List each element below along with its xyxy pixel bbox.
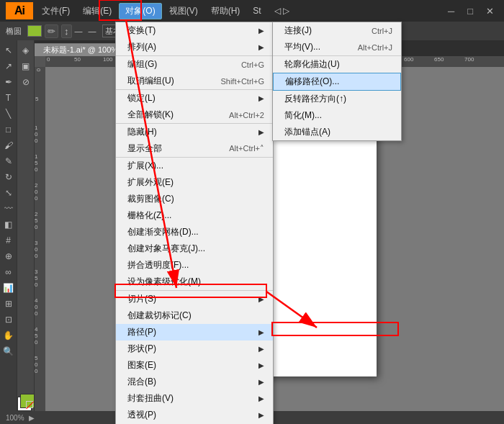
close-btn[interactable]: ✕ xyxy=(482,4,498,18)
menu-file[interactable]: 文件(F) xyxy=(36,4,76,19)
rotate-tool[interactable]: ↻ xyxy=(1,170,16,184)
artboard-tool[interactable]: ⊞ xyxy=(1,297,16,311)
arrow-icon: ▶ xyxy=(258,43,264,51)
eyedropper-tool[interactable]: ⊕ xyxy=(1,249,16,263)
arrow-icon: ▶ xyxy=(258,345,264,353)
menu-st[interactable]: St xyxy=(247,4,266,17)
menu-help[interactable]: 帮助(H) xyxy=(205,4,246,19)
menu-ungroup[interactable]: 取消编组(U) Shift+Ctrl+G xyxy=(116,73,273,89)
object-dropdown-menu: 变换(T) ▶ 排列(A) ▶ 编组(G) Ctrl+G 取消编组(U) Shi… xyxy=(115,22,274,424)
shortcut-label: Alt+Ctrl+2 xyxy=(229,111,264,119)
arrow-icon: ▶ xyxy=(258,94,264,102)
paintbrush-tool[interactable]: 🖌 xyxy=(1,138,16,153)
shape-label: 椭圆 xyxy=(3,26,24,37)
submenu-join[interactable]: 连接(J) Ctrl+J xyxy=(273,22,401,39)
color-box[interactable] xyxy=(27,25,42,37)
left-tool-panel: ↖ ↗ ✒ T ╲ □ 🖌 ✎ ↻ ⤡ 〰 ◧ # ⊕ ∞ 📊 ⊞ ⊡ ✋ 🔍 xyxy=(0,40,17,424)
menu-show-all[interactable]: 显示全部 Alt+Ctrl+˄ xyxy=(116,140,273,157)
menu-unlock-all[interactable]: 全部解锁(K) Alt+Ctrl+2 xyxy=(116,107,273,123)
shortcut-label: Alt+Ctrl+J xyxy=(358,43,392,52)
maximize-btn[interactable]: □ xyxy=(463,4,477,18)
menu-shape[interactable]: 形状(P) ▶ xyxy=(116,340,273,357)
title-right: ─ □ ✕ xyxy=(444,4,498,18)
ruler-vertical: 0 5 100 150 200 250 300 350 400 450 500 xyxy=(35,67,45,424)
menu-create-mosaic[interactable]: 创建对象马赛克(J)... xyxy=(116,240,273,257)
menu-transform[interactable]: 变换(T) ▶ xyxy=(116,22,273,39)
left-panel-2: ◈ ▣ ⊘ xyxy=(17,40,35,424)
arrow-btn[interactable]: ↕ xyxy=(61,24,72,38)
pen-tool[interactable]: ✒ xyxy=(1,75,16,89)
chart-tool[interactable]: 📊 xyxy=(1,281,16,295)
minimize-btn[interactable]: ─ xyxy=(444,4,459,18)
arrow-icon: ▶ xyxy=(258,27,264,35)
gradient-tool[interactable]: ◧ xyxy=(1,217,16,232)
arrow-icon: ▶ xyxy=(258,128,264,136)
menu-bar: 文件(F) 编辑(E) 对象(O) 视图(V) 帮助(H) St ◁ ▷ xyxy=(36,3,295,19)
zoom-tool[interactable]: 🔍 xyxy=(1,344,16,358)
menu-create-slice[interactable]: 创建裁切标记(C) xyxy=(116,307,273,324)
menu-rasterize[interactable]: 栅格化(Z)... xyxy=(116,207,273,224)
blend-tool[interactable]: ∞ xyxy=(1,265,16,279)
menu-lock[interactable]: 锁定(L) ▶ xyxy=(116,89,273,107)
line-tool[interactable]: ╲ xyxy=(1,107,16,121)
select-tool[interactable]: ↖ xyxy=(1,43,16,58)
panel2-btn2[interactable]: ▣ xyxy=(19,59,33,73)
menu-expand[interactable]: 扩展(X)... xyxy=(116,157,273,174)
menu-group[interactable]: 编组(G) Ctrl+G xyxy=(116,55,273,73)
doc-tab[interactable]: 未标题-1.ai* @ 100% xyxy=(35,43,127,56)
type-tool[interactable]: T xyxy=(1,91,16,105)
pen-tool-btn[interactable]: ✏ xyxy=(45,24,58,38)
arrow-icon: ▶ xyxy=(258,361,264,369)
menu-pixel-optimize[interactable]: 设为像素级优化(M) xyxy=(116,274,273,290)
path-submenu: 连接(J) Ctrl+J 平均(V)... Alt+Ctrl+J 轮廓化描边(U… xyxy=(272,22,402,141)
scale-tool[interactable]: ⤡ xyxy=(1,186,16,200)
warp-tool[interactable]: 〰 xyxy=(1,202,16,216)
base-label: — xyxy=(86,27,99,35)
status-info: ▶ xyxy=(29,414,35,422)
menu-path[interactable]: 路径(P) ▶ xyxy=(116,324,273,340)
arrow-icon: ▶ xyxy=(258,328,264,336)
app-logo: Ai xyxy=(6,2,33,19)
no-color-swatch[interactable] xyxy=(26,401,33,408)
menu-arrange[interactable]: 排列(A) ▶ xyxy=(116,39,273,55)
canvas-corner xyxy=(35,56,45,67)
direct-select-tool[interactable]: ↗ xyxy=(1,59,16,73)
title-bar: Ai 文件(F) 编辑(E) 对象(O) 视图(V) 帮助(H) St ◁ ▷ … xyxy=(0,0,504,22)
menu-flatten-trans[interactable]: 拼合透明度(F)... xyxy=(116,257,273,274)
shortcut-label: Ctrl+G xyxy=(241,60,264,69)
submenu-average[interactable]: 平均(V)... Alt+Ctrl+J xyxy=(273,39,401,55)
submenu-simplify[interactable]: 简化(M)... xyxy=(273,107,401,124)
panel2-btn1[interactable]: ◈ xyxy=(19,43,33,58)
menu-envelope[interactable]: 封套扭曲(V) ▶ xyxy=(116,390,273,407)
shortcut-label: Alt+Ctrl+˄ xyxy=(229,144,264,153)
menu-slice[interactable]: 切片(S) ▶ xyxy=(116,290,273,307)
arrow-icon: ▶ xyxy=(258,411,264,419)
menu-create-mesh[interactable]: 创建渐变网格(D)... xyxy=(116,224,273,240)
menu-edit[interactable]: 编辑(E) xyxy=(77,4,117,19)
menu-perspective[interactable]: 透视(P) ▶ xyxy=(116,407,273,423)
menu-hide[interactable]: 隐藏(H) ▶ xyxy=(116,123,273,140)
zoom-level: 100% xyxy=(6,414,24,422)
toolbar-divider: — xyxy=(75,27,83,35)
shortcut-label: Ctrl+J xyxy=(372,27,392,35)
shortcut-label: Shift+Ctrl+G xyxy=(220,77,264,86)
menu-blend[interactable]: 混合(B) ▶ xyxy=(116,374,273,390)
slice-tool[interactable]: ⊡ xyxy=(1,312,16,327)
menu-arrows[interactable]: ◁ ▷ xyxy=(269,4,295,17)
pencil-tool[interactable]: ✎ xyxy=(1,154,16,168)
submenu-outline-stroke[interactable]: 轮廓化描边(U) xyxy=(273,55,401,73)
arrow-icon: ▶ xyxy=(258,378,264,386)
menu-view[interactable]: 视图(V) xyxy=(163,4,204,19)
arrow-icon: ▶ xyxy=(258,394,264,402)
submenu-add-anchor[interactable]: 添加锚点(A) xyxy=(273,124,401,140)
menu-expand-view[interactable]: 扩展外观(E) xyxy=(116,174,273,191)
menu-object[interactable]: 对象(O) xyxy=(119,3,161,19)
hand-tool[interactable]: ✋ xyxy=(1,328,16,343)
panel2-btn3[interactable]: ⊘ xyxy=(19,75,33,89)
menu-crop-image[interactable]: 裁剪图像(C) xyxy=(116,191,273,207)
shape-tool[interactable]: □ xyxy=(1,122,16,137)
submenu-offset-path[interactable]: 偏移路径(O)... xyxy=(273,73,401,91)
mesh-tool[interactable]: # xyxy=(1,233,16,248)
menu-pattern[interactable]: 图案(E) ▶ xyxy=(116,357,273,374)
submenu-reverse-dir[interactable]: 反转路径方向(↑) xyxy=(273,91,401,107)
